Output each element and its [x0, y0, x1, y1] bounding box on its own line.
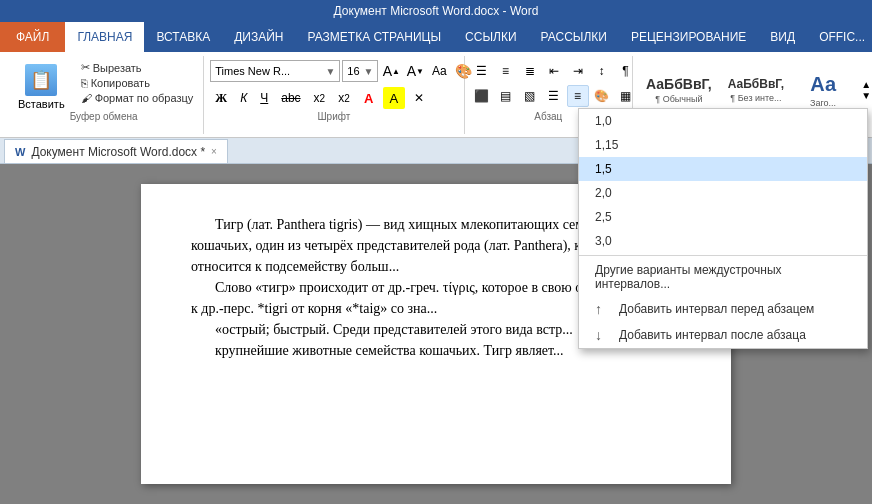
bullets-button[interactable]: ☰ — [471, 60, 493, 82]
other-spacing-option[interactable]: Другие варианты междустрочных интервалов… — [579, 258, 867, 296]
change-case-button[interactable]: Аа — [428, 60, 450, 82]
clipboard-group: 📋 Вставить ✂ Вырезать ⎘ Копировать 🖌 Фор… — [4, 56, 204, 134]
align-center-button[interactable]: ▤ — [495, 85, 517, 107]
menu-mailings[interactable]: РАССЫЛКИ — [529, 22, 619, 52]
other-spacing-label: Другие варианты междустрочных интервалов… — [595, 263, 851, 291]
bold-button[interactable]: Ж — [210, 87, 232, 109]
shading-button[interactable]: 🎨 — [591, 85, 613, 107]
menu-bar: ФАЙЛ ГЛАВНАЯ ВСТАВКА ДИЗАЙН РАЗМЕТКА СТР… — [0, 22, 872, 52]
text-highlight-color-button[interactable]: A — [383, 87, 405, 109]
align-right-button[interactable]: ▧ — [519, 85, 541, 107]
font-size-dropdown[interactable]: 16 ▼ — [342, 60, 378, 82]
spacing-1-5[interactable]: 1,5 — [579, 157, 867, 181]
clipboard-label: Буфер обмена — [4, 111, 203, 122]
document-tab-label: Документ Microsoft Word.docx * — [31, 145, 205, 159]
menu-home[interactable]: ГЛАВНАЯ — [65, 22, 144, 52]
scissors-icon: ✂ — [81, 61, 90, 74]
add-space-before[interactable]: ↑ Добавить интервал перед абзацем — [579, 296, 867, 322]
clear-formatting-button[interactable]: ✕ — [408, 87, 430, 109]
font-size-value: 16 — [347, 65, 359, 77]
spacing-3-0-label: 3,0 — [595, 234, 612, 248]
spacing-2-0[interactable]: 2,0 — [579, 181, 867, 205]
menu-view[interactable]: ВИД — [758, 22, 807, 52]
font-row1: Times New R... ▼ 16 ▼ A▲ A▼ Аа 🎨 — [210, 60, 474, 82]
menu-design[interactable]: ДИЗАЙН — [222, 22, 295, 52]
chevron-down-icon: ▼ — [325, 66, 335, 77]
copy-button[interactable]: ⎘ Копировать — [77, 76, 198, 90]
title-text: Документ Microsoft Word.docx - Word — [334, 4, 539, 18]
multilevel-list-button[interactable]: ≣ — [519, 60, 541, 82]
menu-office[interactable]: OFFIC... — [807, 22, 872, 52]
decrease-font-button[interactable]: A▼ — [404, 60, 426, 82]
paste-button[interactable]: 📋 Вставить — [10, 60, 73, 114]
italic-button[interactable]: К — [235, 87, 252, 109]
menu-insert[interactable]: ВСТАВКА — [144, 22, 222, 52]
subscript-button[interactable]: x2 — [309, 87, 331, 109]
align-left-button[interactable]: ⬛ — [471, 85, 493, 107]
style-normal-name: ¶ Обычный — [655, 94, 702, 104]
line-spacing-button[interactable]: ≡ — [567, 85, 589, 107]
strikethrough-button[interactable]: abc — [276, 87, 305, 109]
spacing-1-15-label: 1,15 — [595, 138, 618, 152]
style-heading-preview: Аа — [810, 73, 836, 96]
menu-references[interactable]: ССЫЛКИ — [453, 22, 528, 52]
font-label: Шрифт — [204, 111, 463, 122]
increase-font-button[interactable]: A▲ — [380, 60, 402, 82]
style-no-spacing-name: ¶ Без инте... — [730, 93, 781, 103]
font-group: Times New R... ▼ 16 ▼ A▲ A▼ Аа 🎨 Ж К Ч — [204, 56, 464, 134]
justify-button[interactable]: ☰ — [543, 85, 565, 107]
word-icon: W — [15, 146, 25, 158]
add-space-after-label: Добавить интервал после абзаца — [619, 328, 806, 342]
paintbrush-icon: 🖌 — [81, 92, 92, 104]
styles-more-button[interactable]: ▲▼ — [855, 79, 872, 101]
font-color-button[interactable]: A — [358, 87, 380, 109]
add-space-before-label: Добавить интервал перед абзацем — [619, 302, 814, 316]
chevron-down-icon: ▼ — [363, 66, 373, 77]
spacing-1-5-label: 1,5 — [595, 162, 612, 176]
paste-label: Вставить — [18, 98, 65, 110]
spacing-1-0-label: 1,0 — [595, 114, 612, 128]
font-row2: Ж К Ч abc x2 x2 A A ✕ — [210, 87, 474, 109]
line-spacing-dropdown[interactable]: 1,0 1,15 1,5 2,0 2,5 3,0 Другие варианты… — [578, 108, 868, 349]
paste-icon: 📋 — [25, 64, 57, 96]
space-after-icon: ↓ — [595, 327, 611, 343]
underline-button[interactable]: Ч — [255, 87, 273, 109]
superscript-button[interactable]: x2 — [333, 87, 355, 109]
menu-review[interactable]: РЕЦЕНЗИРОВАНИЕ — [619, 22, 758, 52]
document-tab[interactable]: W Документ Microsoft Word.docx * × — [4, 139, 228, 163]
menu-layout[interactable]: РАЗМЕТКА СТРАНИЦЫ — [296, 22, 454, 52]
style-no-spacing-preview: АаБбВвГ, — [728, 77, 784, 91]
style-heading-name: Заго... — [810, 98, 836, 108]
spacing-1-0[interactable]: 1,0 — [579, 109, 867, 133]
spacing-3-0[interactable]: 3,0 — [579, 229, 867, 253]
add-space-after[interactable]: ↓ Добавить интервал после абзаца — [579, 322, 867, 348]
font-name-value: Times New R... — [215, 65, 290, 77]
style-normal-preview: АаБбВвГ, — [646, 76, 712, 92]
cut-button[interactable]: ✂ Вырезать — [77, 60, 198, 75]
space-before-icon: ↑ — [595, 301, 611, 317]
spacing-2-5-label: 2,5 — [595, 210, 612, 224]
spacing-2-0-label: 2,0 — [595, 186, 612, 200]
increase-indent-button[interactable]: ⇥ — [567, 60, 589, 82]
menu-divider — [579, 255, 867, 256]
decrease-indent-button[interactable]: ⇤ — [543, 60, 565, 82]
menu-file[interactable]: ФАЙЛ — [0, 22, 65, 52]
format-painter-button[interactable]: 🖌 Формат по образцу — [77, 91, 198, 105]
sort-button[interactable]: ↕ — [591, 60, 613, 82]
font-name-dropdown[interactable]: Times New R... ▼ — [210, 60, 340, 82]
numbering-button[interactable]: ≡ — [495, 60, 517, 82]
clipboard-actions: ✂ Вырезать ⎘ Копировать 🖌 Формат по обра… — [77, 60, 198, 105]
close-tab-button[interactable]: × — [211, 146, 217, 157]
copy-icon: ⎘ — [81, 77, 88, 89]
spacing-1-15[interactable]: 1,15 — [579, 133, 867, 157]
title-bar: Документ Microsoft Word.docx - Word — [0, 0, 872, 22]
spacing-2-5[interactable]: 2,5 — [579, 205, 867, 229]
